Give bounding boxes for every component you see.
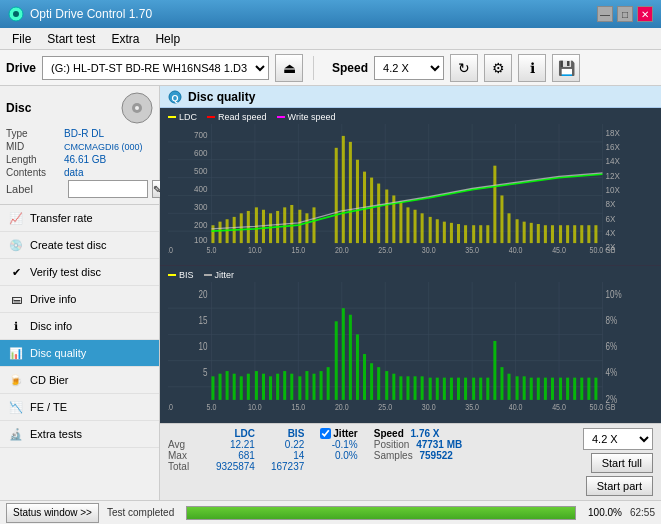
svg-rect-182 <box>530 378 533 400</box>
svg-rect-88 <box>493 166 496 243</box>
jitter-checkbox[interactable] <box>320 428 331 439</box>
svg-text:0.0: 0.0 <box>168 245 173 255</box>
svg-text:30.0: 30.0 <box>422 245 436 255</box>
charts-area: LDC Read speed Write speed <box>160 108 661 423</box>
svg-rect-151 <box>305 371 308 400</box>
legend-ldc: LDC <box>168 112 197 122</box>
svg-rect-160 <box>370 363 373 400</box>
svg-rect-167 <box>421 376 424 400</box>
menu-help[interactable]: Help <box>147 30 188 48</box>
start-full-button[interactable]: Start full <box>591 453 653 473</box>
action-speed-select[interactable]: 4.2 X <box>583 428 653 450</box>
write-dot <box>277 116 285 118</box>
elapsed-time: 62:55 <box>630 507 655 518</box>
svg-text:10.0: 10.0 <box>248 245 262 255</box>
svg-text:15.0: 15.0 <box>291 245 305 255</box>
label-input[interactable] <box>68 180 148 198</box>
svg-rect-188 <box>573 378 576 400</box>
svg-rect-75 <box>399 201 402 243</box>
svg-rect-165 <box>406 376 409 400</box>
svg-text:45.0: 45.0 <box>552 403 566 413</box>
svg-rect-143 <box>247 374 250 400</box>
svg-rect-181 <box>523 376 526 400</box>
svg-point-4 <box>135 106 139 110</box>
svg-text:4X: 4X <box>606 227 616 238</box>
svg-rect-76 <box>406 207 409 243</box>
svg-rect-85 <box>472 225 475 243</box>
settings-button[interactable]: ⚙ <box>484 54 512 82</box>
quality-title: Disc quality <box>188 90 255 104</box>
svg-text:8%: 8% <box>606 315 618 326</box>
svg-text:0.0: 0.0 <box>168 403 173 413</box>
sidebar-item-transfer-rate[interactable]: 📈 Transfer rate <box>0 205 159 232</box>
speed-select[interactable]: 4.2 X <box>374 56 444 80</box>
svg-text:600: 600 <box>194 148 208 159</box>
drive-select[interactable]: (G:) HL-DT-ST BD-RE WH16NS48 1.D3 <box>42 56 269 80</box>
col-empty <box>168 428 208 439</box>
avg-position-label: Position 47731 MB <box>366 439 471 450</box>
legend-write: Write speed <box>277 112 336 122</box>
svg-rect-73 <box>385 190 388 244</box>
svg-text:4%: 4% <box>606 367 618 378</box>
svg-rect-96 <box>551 225 554 243</box>
status-window-button[interactable]: Status window >> <box>6 503 99 523</box>
progress-percent: 100.0% <box>588 507 622 518</box>
svg-text:12X: 12X <box>606 170 620 181</box>
col-ldc: LDC <box>208 428 263 439</box>
verify-test-disc-icon: ✔ <box>8 264 24 280</box>
menu-start-test[interactable]: Start test <box>39 30 103 48</box>
svg-text:35.0: 35.0 <box>465 403 479 413</box>
max-ldc: 681 <box>208 450 263 461</box>
refresh-button[interactable]: ↻ <box>450 54 478 82</box>
sidebar-item-cd-bier[interactable]: 🍺 CD Bier <box>0 367 159 394</box>
info-button[interactable]: ℹ <box>518 54 546 82</box>
svg-text:500: 500 <box>194 165 208 176</box>
svg-rect-155 <box>335 321 338 400</box>
svg-rect-145 <box>262 374 265 400</box>
chart2-svg: 20 15 10 5 10% 8% 6% 4% 2% <box>168 282 653 413</box>
save-button[interactable]: 💾 <box>552 54 580 82</box>
svg-rect-100 <box>580 225 583 243</box>
svg-rect-172 <box>457 378 460 400</box>
minimize-button[interactable]: — <box>597 6 613 22</box>
svg-rect-184 <box>544 378 547 400</box>
bis-dot <box>168 274 176 276</box>
svg-rect-139 <box>219 374 222 400</box>
svg-rect-71 <box>370 178 373 244</box>
jitter-dot <box>204 274 212 276</box>
sidebar-item-disc-info[interactable]: ℹ Disc info <box>0 313 159 340</box>
disc-mid-row: MID CMCMAGDI6 (000) <box>6 141 153 152</box>
chart2-legend: BIS Jitter <box>168 270 653 280</box>
sidebar-item-drive-info[interactable]: 🖴 Drive info <box>0 286 159 313</box>
avg-jitter: -0.1% <box>312 439 365 450</box>
cd-bier-icon: 🍺 <box>8 372 24 388</box>
sidebar-item-create-test-disc[interactable]: 💿 Create test disc <box>0 232 159 259</box>
svg-text:20.0: 20.0 <box>335 403 349 413</box>
svg-rect-84 <box>464 225 467 243</box>
eject-button[interactable]: ⏏ <box>275 54 303 82</box>
svg-rect-86 <box>479 225 482 243</box>
sidebar-item-fe-te[interactable]: 📉 FE / TE <box>0 394 159 421</box>
sidebar-item-disc-quality[interactable]: 📊 Disc quality <box>0 340 159 367</box>
svg-rect-150 <box>298 376 301 400</box>
toolbar: Drive (G:) HL-DT-ST BD-RE WH16NS48 1.D3 … <box>0 50 661 86</box>
start-part-button[interactable]: Start part <box>586 476 653 496</box>
svg-text:50.0 GB: 50.0 GB <box>590 245 616 255</box>
svg-rect-101 <box>587 225 590 243</box>
svg-text:5.0: 5.0 <box>207 245 217 255</box>
drive-info-icon: 🖴 <box>8 291 24 307</box>
sidebar-item-verify-test-disc[interactable]: ✔ Verify test disc <box>0 259 159 286</box>
svg-rect-138 <box>211 376 214 400</box>
col-jitter-header: Jitter <box>312 428 365 439</box>
quality-panel-header: Q Disc quality <box>160 86 661 108</box>
svg-rect-77 <box>414 210 417 243</box>
svg-rect-152 <box>312 374 315 400</box>
maximize-button[interactable]: □ <box>617 6 633 22</box>
svg-rect-153 <box>320 371 323 400</box>
svg-rect-64 <box>305 213 308 243</box>
menu-file[interactable]: File <box>4 30 39 48</box>
menu-extra[interactable]: Extra <box>103 30 147 48</box>
svg-rect-148 <box>283 371 286 400</box>
close-button[interactable]: ✕ <box>637 6 653 22</box>
sidebar-item-extra-tests[interactable]: 🔬 Extra tests <box>0 421 159 448</box>
